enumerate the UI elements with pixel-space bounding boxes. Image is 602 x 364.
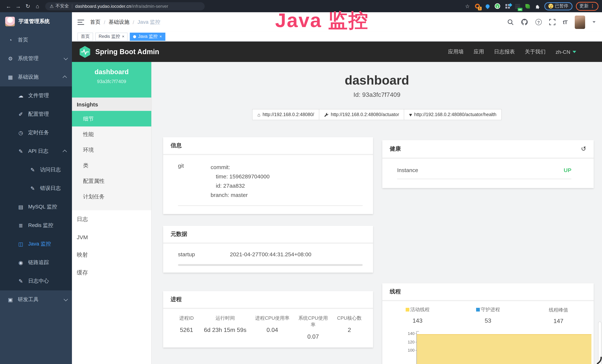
- sba-brand-name: Spring Boot Admin: [95, 48, 159, 56]
- col-header: 进程CPU使用率: [248, 315, 297, 321]
- sidebar-item-config[interactable]: ✐ 配置管理: [0, 105, 72, 124]
- locale-select[interactable]: zh-CN: [556, 49, 576, 55]
- header-actions: ? tT: [507, 15, 595, 29]
- on-badge: on: [518, 8, 522, 11]
- sidebar-item-mysql[interactable]: ▤ MySQL 监控: [0, 198, 72, 216]
- fullscreen-icon[interactable]: [549, 19, 556, 25]
- sidebar-item-error-log[interactable]: ✎ 错误日志: [0, 179, 72, 198]
- clock-icon: ◷: [18, 130, 24, 136]
- chevron-down-icon[interactable]: [592, 21, 595, 23]
- reload-icon[interactable]: ↻: [23, 3, 33, 10]
- home-icon: ⌂: [258, 112, 260, 117]
- breadcrumb: 首页 / 基础设施 / Java 监控: [90, 19, 160, 25]
- not-secure-warning-icon: ⚠: [50, 3, 54, 9]
- browser-menu-icon[interactable]: ⋮: [590, 3, 595, 9]
- metadata-row-value: 2021-04-27T00:44:31.254+08:00: [230, 251, 312, 257]
- collapse-sidebar-icon[interactable]: [77, 20, 84, 25]
- bookmark-star-icon[interactable]: ☆: [464, 3, 471, 10]
- tab-redis-monitor[interactable]: Redis 监控 ×: [95, 32, 128, 41]
- breadcrumb-home[interactable]: 首页: [90, 19, 100, 25]
- info-row-label: git: [171, 162, 211, 200]
- sba-item-caches[interactable]: 缓存: [72, 264, 151, 281]
- breadcrumb-current: Java 监控: [138, 19, 160, 25]
- sidebar-item-home[interactable]: ◔ 首页: [0, 31, 72, 49]
- sba-item-mappings[interactable]: 映射: [72, 246, 151, 264]
- tab-home[interactable]: 首页: [77, 32, 93, 41]
- sidebar-item-job[interactable]: ◷ 定时任务: [0, 124, 72, 142]
- sidebar-item-redis[interactable]: ≣ Redis 监控: [0, 216, 72, 235]
- sidebar-item-api-log[interactable]: ✎ API 日志: [0, 142, 72, 161]
- status-badge: UP: [564, 167, 571, 173]
- corner-annotation-mark: [596, 357, 602, 364]
- help-icon[interactable]: ?: [536, 19, 542, 25]
- sba-item-scheduled-tasks[interactable]: 计划任务: [72, 189, 151, 204]
- close-icon[interactable]: ×: [122, 34, 124, 39]
- service-url-button[interactable]: ⌂ http://192.168.0.2:48080/: [252, 109, 320, 120]
- sidebar-item-java-monitor[interactable]: ◫ Java 监控: [0, 235, 72, 253]
- back-icon[interactable]: ←: [4, 3, 13, 9]
- health-url-button[interactable]: ♥ http://192.168.0.2:48080/actuator/heal…: [404, 109, 502, 120]
- github-icon[interactable]: [521, 19, 528, 26]
- sba-item-classes[interactable]: 类: [72, 158, 151, 173]
- instance-block[interactable]: dashboard 93a3fc7f7409: [72, 62, 151, 97]
- sidebar-item-infra[interactable]: ▦ 基础设施: [0, 68, 72, 86]
- search-icon[interactable]: [507, 19, 514, 25]
- admin-sidebar: 芋道管理系统 ◔ 首页 ⚙ 系统管理 ▦ 基础设施 ☁ 文件管理: [0, 12, 72, 364]
- page-title: dashboard: [152, 73, 602, 87]
- leaf-extension-icon[interactable]: [524, 3, 531, 10]
- sidebar-item-log-center[interactable]: ✎ 日志中心: [0, 272, 72, 290]
- tab-java-monitor[interactable]: Java 监控 ×: [130, 32, 165, 41]
- avatar[interactable]: [575, 15, 585, 29]
- sidebar-item-file[interactable]: ☁ 文件管理: [0, 86, 72, 105]
- info-card-title: 信息: [163, 137, 373, 154]
- switch-extension-icon[interactable]: on: [514, 3, 521, 10]
- app-logo-row[interactable]: 芋道管理系统: [0, 12, 72, 31]
- layers-icon: ≣: [18, 223, 24, 228]
- puzzle-extensions-icon[interactable]: [534, 3, 541, 10]
- actuator-url-button[interactable]: http://192.168.0.2:48080/actuator: [319, 109, 404, 120]
- font-size-icon[interactable]: tT: [563, 19, 567, 25]
- sba-nav: 应用墙 应用 日志报表 关于我们 zh-CN: [448, 48, 576, 55]
- infra-submenu: ☁ 文件管理 ✐ 配置管理 ◷ 定时任务 ✎ API 日志 ✎: [0, 86, 72, 290]
- logo-image: [5, 17, 15, 26]
- sba-item-logs[interactable]: 日志: [72, 210, 151, 228]
- sidebar-item-dev-tools[interactable]: ▣ 研发工具: [0, 290, 72, 309]
- table-icon: ▤: [18, 204, 24, 210]
- col-header: 进程ID: [171, 315, 203, 321]
- url-separator: [72, 4, 72, 8]
- sidebar-item-trace[interactable]: ◉ 链路追踪: [0, 253, 72, 272]
- extension-badge: 1: [478, 7, 482, 10]
- nav-about[interactable]: 关于我们: [525, 48, 546, 55]
- browser-update-button[interactable]: 更新 ⋮: [576, 2, 599, 11]
- metadata-card-title: 元数据: [163, 226, 373, 243]
- sba-item-jvm[interactable]: JVM: [72, 228, 151, 246]
- grid-extension-icon[interactable]: [504, 3, 511, 10]
- sba-item-details[interactable]: 细节: [72, 111, 151, 127]
- edit-icon: ✎: [30, 167, 36, 173]
- extension-orange-icon[interactable]: 1: [474, 3, 481, 10]
- breadcrumb-infra[interactable]: 基础设施: [109, 19, 129, 25]
- sba-item-config-props[interactable]: 配置属性: [72, 173, 151, 189]
- nav-applications[interactable]: 应用: [474, 48, 484, 55]
- sba-brand[interactable]: Spring Boot Admin: [79, 45, 159, 58]
- close-icon[interactable]: ×: [160, 34, 162, 39]
- sidebar-item-access-log[interactable]: ✎ 访问日志: [0, 161, 72, 179]
- history-icon[interactable]: ↺: [581, 145, 586, 153]
- chevron-down-icon: [64, 56, 68, 60]
- sba-item-environment[interactable]: 环境: [72, 142, 151, 158]
- address-bar[interactable]: ⚠ 不安全 dashboard.yudao.iocoder.cn/infra/a…: [45, 2, 205, 10]
- sba-item-metrics[interactable]: 性能: [72, 127, 151, 142]
- pin-extension-icon[interactable]: [484, 3, 491, 10]
- not-secure-label[interactable]: 不安全: [56, 3, 69, 9]
- sidebar-item-system[interactable]: ⚙ 系统管理: [0, 49, 72, 68]
- horizontal-scrollbar[interactable]: [178, 264, 363, 266]
- nav-app-wall[interactable]: 应用墙: [448, 48, 464, 55]
- forward-icon[interactable]: →: [13, 3, 23, 9]
- active-threads-area: [417, 334, 591, 364]
- nav-log-report[interactable]: 日志报表: [494, 48, 515, 55]
- home-nav-icon[interactable]: ⌂: [33, 3, 42, 9]
- y-extension-icon[interactable]: y: [494, 3, 501, 10]
- paused-extension-chip[interactable]: 已暂停: [544, 2, 572, 10]
- col-header: 系统CPU使用率: [297, 315, 329, 328]
- health-card: 健康 ↺ Instance UP: [382, 140, 594, 188]
